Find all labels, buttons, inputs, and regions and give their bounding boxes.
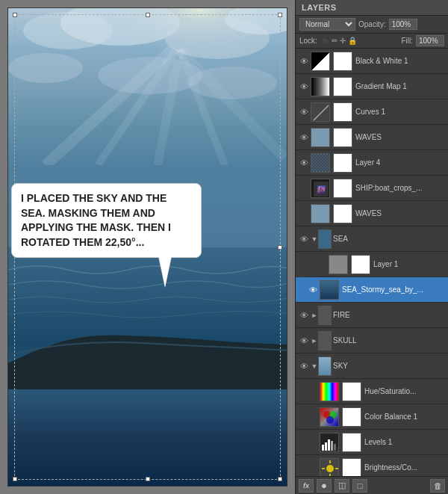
lock-paint-icon[interactable]: ✏ (332, 37, 337, 45)
layer-item-curves1[interactable]: 👁 Curves 1 (296, 99, 448, 125)
thumb-sea-stormy (320, 280, 339, 300)
visibility-ship[interactable]: 👁 (299, 183, 309, 194)
name-waves2: WAVES (355, 209, 445, 217)
visibility-sea[interactable]: 👁 (299, 234, 309, 244)
expand-sea-icon[interactable]: ▼ (311, 234, 318, 244)
layer-item-levels1[interactable]: 👁 Levels 1 (296, 430, 448, 455)
layers-panel: LAYERS Normal Opacity: Lock: ◾ ✏ ✛ 🔒 Fil… (295, 0, 448, 494)
name-curves1: Curves 1 (355, 108, 445, 116)
lock-icons-group: ◾ ✏ ✛ 🔒 (320, 37, 399, 45)
thumb-waves1 (311, 128, 330, 147)
name-levels1: Levels 1 (364, 438, 445, 446)
new-fill-button[interactable]: ● (317, 479, 332, 493)
layer-item-ship[interactable]: 👁 🌆 SHIP:boat_crops_... (296, 176, 448, 201)
name-hue1: Hue/Saturatio... (364, 387, 445, 395)
canvas-area: I PLACED THE SKY AND THE SEA. MASKING TH… (0, 0, 295, 494)
mask-colorbal1 (342, 407, 361, 427)
expand-skull-icon[interactable]: ► (311, 336, 318, 346)
mask-waves1 (333, 128, 352, 147)
layer-item-bw1[interactable]: 👁 Black & White 1 (296, 49, 448, 74)
lock-all-icon[interactable]: 🔒 (348, 37, 357, 45)
layers-panel-title: LAYERS (296, 0, 448, 16)
visibility-layer4[interactable]: 👁 (299, 158, 309, 168)
visibility-sea-stormy[interactable]: 👁 (308, 285, 318, 295)
svg-rect-21 (334, 444, 336, 451)
layer-item-hue1[interactable]: 👁 Hue/Saturatio... (296, 379, 448, 404)
name-brightness1: Brightness/Co... (364, 463, 445, 472)
expand-sky-icon[interactable]: ▼ (311, 361, 318, 371)
layer-item-sea-stormy[interactable]: 👁 SEA_Stormy_sea_by_... (296, 277, 448, 303)
visibility-gradmap1[interactable]: 👁 (299, 81, 309, 92)
fill-input[interactable] (416, 35, 444, 46)
name-sea-group: SEA (333, 235, 445, 243)
new-layer-button[interactable]: □ (352, 479, 367, 493)
svg-point-23 (326, 465, 334, 472)
name-gradmap1: Gradient Map 1 (355, 82, 445, 90)
visibility-hue1[interactable]: 👁 (308, 386, 318, 397)
fx-button[interactable]: fx (299, 479, 314, 493)
sea-waves-svg (8, 247, 287, 389)
layer-item-sea-group[interactable]: 👁 ▼ SEA (296, 226, 448, 252)
delete-layer-button[interactable]: 🗑 (430, 479, 445, 493)
layer-item-sky-group[interactable]: 👁 ▼ SKY (296, 353, 448, 379)
name-fire-group: FIRE (333, 311, 445, 319)
thumb-hue1 (320, 382, 339, 401)
layer-item-gradmap1[interactable]: 👁 Gradient Map 1 (296, 74, 448, 99)
mask-levels1 (342, 433, 361, 452)
visibility-fire[interactable]: 👁 (299, 310, 309, 321)
mask-layer1 (351, 255, 370, 274)
name-waves1: WAVES (355, 133, 445, 141)
thumb-gradmap1 (311, 77, 330, 96)
layer-item-brightness1[interactable]: 👁 Brightness/Co... (296, 455, 448, 476)
layer-list[interactable]: 👁 Black & White 1 👁 Gradient Map 1 👁 Cur… (296, 49, 448, 476)
blend-mode-select[interactable]: Normal (299, 18, 355, 31)
lock-fill-row: Lock: ◾ ✏ ✛ 🔒 Fill: (296, 34, 448, 49)
visibility-skull[interactable]: 👁 (299, 336, 309, 346)
visibility-curves1[interactable]: 👁 (299, 107, 309, 117)
visibility-sky[interactable]: 👁 (299, 361, 309, 371)
name-bw1: Black & White 1 (355, 57, 445, 65)
mask-layer4 (333, 153, 352, 173)
expand-fire-icon[interactable]: ► (311, 310, 318, 321)
visibility-bw1[interactable]: 👁 (299, 56, 309, 67)
layer-item-layer1[interactable]: 👁 Layer 1 (305, 252, 448, 277)
name-layer4: Layer 4 (355, 158, 445, 167)
svg-point-11 (98, 57, 202, 94)
name-sky-group: SKY (333, 362, 445, 370)
name-colorbal1: Color Balance 1 (364, 413, 445, 421)
opacity-input[interactable] (389, 19, 417, 30)
thumb-colorbal1 (320, 407, 339, 427)
svg-rect-20 (331, 441, 333, 451)
thumb-layer4 (311, 153, 330, 173)
visibility-layer1[interactable]: 👁 (317, 259, 327, 270)
visibility-levels1[interactable]: 👁 (308, 437, 318, 448)
svg-point-9 (8, 53, 83, 83)
thumb-sky-group (318, 356, 332, 376)
cloud-rays-svg (8, 8, 287, 165)
lock-transparent-icon[interactable]: ◾ (320, 37, 329, 45)
name-ship: SHIP:boat_crops_... (355, 184, 445, 192)
lock-move-icon[interactable]: ✛ (340, 37, 346, 45)
layer-item-colorbal1[interactable]: 👁 Color Balance 1 (296, 404, 448, 430)
layer-item-skull-group[interactable]: 👁 ► SKULL (296, 328, 448, 353)
thumb-waves2 (311, 204, 330, 223)
layer-item-layer4[interactable]: 👁 Layer 4 (296, 150, 448, 176)
new-group-button[interactable]: ◫ (335, 479, 349, 493)
svg-rect-19 (328, 439, 330, 451)
mask-waves2 (333, 204, 352, 223)
visibility-waves1[interactable]: 👁 (299, 132, 309, 143)
svg-text:🌆: 🌆 (317, 185, 326, 194)
layer-item-waves2[interactable]: 👁 WAVES (296, 201, 448, 226)
mask-curves1 (333, 102, 352, 122)
svg-rect-17 (322, 445, 324, 451)
layer-item-waves1[interactable]: 👁 WAVES (296, 125, 448, 150)
mask-ship (333, 179, 352, 198)
fill-label: Fill: (401, 37, 413, 45)
visibility-colorbal1[interactable]: 👁 (308, 412, 318, 422)
visibility-waves2[interactable]: 👁 (299, 209, 309, 219)
speech-bubble-text: I PLACED THE SKY AND THE SEA. MASKING TH… (21, 192, 171, 248)
thumb-skull-group (318, 331, 332, 351)
visibility-brightness1[interactable]: 👁 (308, 463, 318, 473)
mask-gradmap1 (333, 77, 352, 96)
layer-item-fire-group[interactable]: 👁 ► FIRE (296, 303, 448, 328)
